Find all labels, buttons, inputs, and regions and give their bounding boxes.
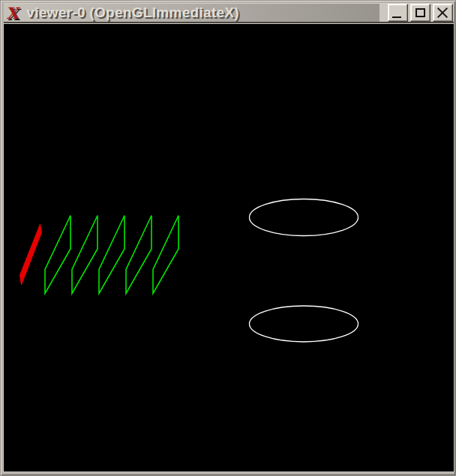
close-icon [436,7,448,19]
close-button[interactable] [433,4,453,22]
white-ellipse-bottom [250,306,358,342]
viewer-window: X viewer-0 (OpenGLImmediateX) [0,0,456,476]
red-filled-quad [20,224,42,285]
scene-svg [4,24,454,472]
titlebar[interactable]: X viewer-0 (OpenGLImmediateX) [4,3,454,23]
green-wire-quad-2 [72,216,98,294]
minimize-icon [392,16,401,18]
green-wire-quad-3 [99,216,124,294]
x11-red-x-icon: X [6,5,21,21]
opengl-viewport[interactable] [4,24,454,472]
window-title: viewer-0 (OpenGLImmediateX) [26,4,239,21]
maximize-icon [416,8,425,17]
window-controls [380,4,454,22]
minimize-button[interactable] [388,4,408,22]
green-wire-quad-5 [153,216,178,294]
white-ellipse-top [250,199,358,236]
green-wire-quad-1 [45,216,70,294]
maximize-button[interactable] [410,4,430,22]
green-wire-quad-4 [126,216,152,294]
